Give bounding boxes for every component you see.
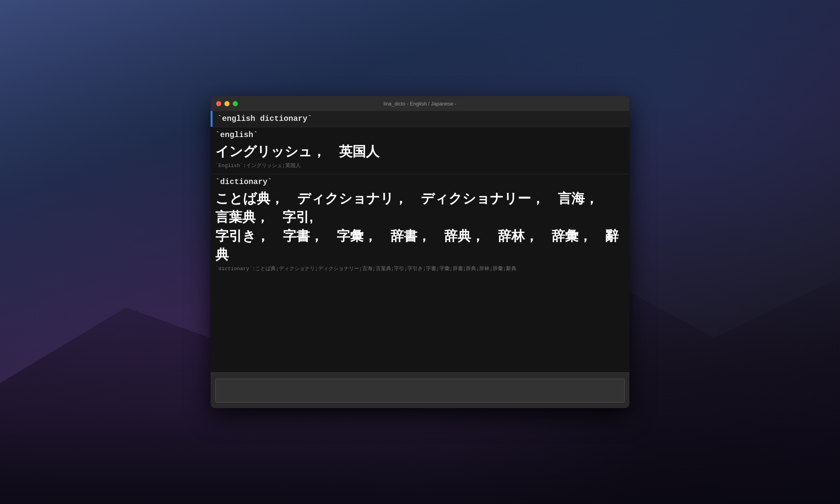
window-controls	[216, 101, 238, 106]
entry-header: `english`	[215, 130, 625, 141]
bottom-input-bar	[211, 372, 629, 408]
maximize-button[interactable]	[233, 101, 238, 106]
search-input[interactable]	[215, 379, 625, 402]
entry-raw: `dictionary`:ことば典;ディクショナリ;ディクショナリー;言海;言葉…	[215, 265, 625, 272]
entry-content: `dictionary` ことば典， ディクショナリ， ディクショナリー， 言海…	[211, 174, 629, 277]
entry-dictionary[interactable]: `dictionary` ことば典， ディクショナリ， ディクショナリー， 言海…	[211, 174, 629, 277]
entry-header: `english dictionary`	[217, 113, 625, 124]
entry-content: `english` イングリッシュ， 英国人 `English`:イングリッシュ…	[211, 127, 629, 174]
entry-raw: `English`:イングリッシュ;英国人	[215, 162, 625, 169]
entry-translation: イングリッシュ， 英国人	[215, 142, 625, 161]
entry-translation: ことば典， ディクショナリ， ディクショナリー， 言海， 言葉典， 字引, 字引…	[215, 189, 625, 264]
content-area[interactable]: `english dictionary` `english` イングリッシュ， …	[211, 111, 629, 372]
app-window: lina_dicto - English / Japanese - `engli…	[211, 96, 629, 408]
titlebar: lina_dicto - English / Japanese -	[211, 96, 629, 111]
entry-english[interactable]: `english` イングリッシュ， 英国人 `English`:イングリッシュ…	[211, 127, 629, 174]
entry-content: `english dictionary`	[213, 111, 629, 127]
entry-header: `dictionary`	[215, 177, 625, 188]
entry-english-dictionary[interactable]: `english dictionary`	[211, 111, 629, 127]
minimize-button[interactable]	[224, 101, 230, 106]
close-button[interactable]	[216, 101, 221, 106]
window-title: lina_dicto - English / Japanese -	[384, 101, 456, 107]
